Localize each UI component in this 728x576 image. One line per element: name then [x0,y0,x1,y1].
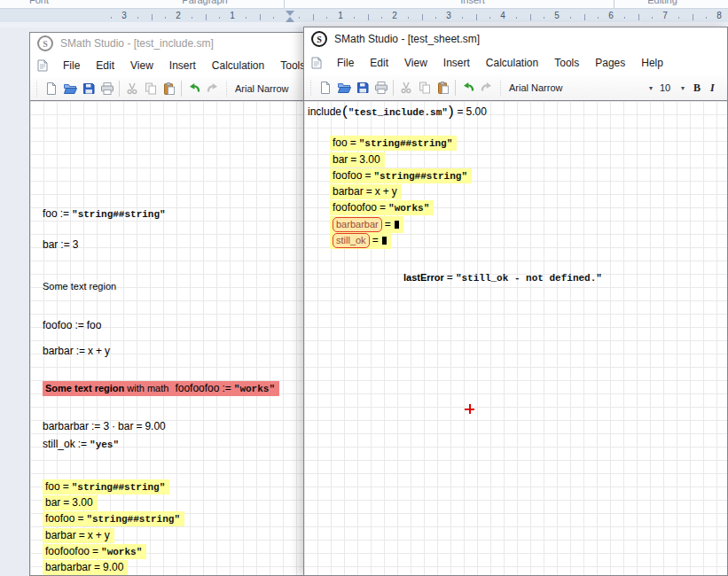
menu-pages[interactable]: Pages [587,53,633,73]
copy-icon[interactable] [415,79,434,97]
menu-help[interactable]: Help [633,53,671,73]
math-region[interactable]: foofoo="string##string" [43,511,184,526]
expression-part: bar [43,238,58,252]
expression-part: = [136,420,142,433]
print-icon[interactable] [98,80,116,98]
expression-part: + [383,185,389,198]
expression-part: barbar [45,529,76,542]
math-region[interactable]: Some text region [43,280,116,293]
ruler-tick [678,17,679,19]
expression-part: := [60,207,69,221]
new-document-icon[interactable] [316,79,334,97]
ruler-number: 1 [230,11,235,20]
math-region[interactable]: include("test_include.sm")=5.00 [308,105,487,119]
ribbon-divider [284,0,285,8]
menu-calculation[interactable]: Calculation [478,53,546,73]
menubar: FileEditViewInsertCalculationTools [30,54,305,77]
math-region[interactable]: still_ok:="yes" [43,438,119,451]
math-region[interactable]: foofoofoo="works" [330,200,434,215]
math-region[interactable]: foofoo="string##string" [330,168,472,183]
menu-tools[interactable]: Tools [546,53,587,73]
ruler-tick [544,17,544,19]
math-region[interactable]: bar=3.00 [43,495,98,510]
save-icon[interactable] [353,79,372,97]
ruler-tick [246,17,247,19]
font-name-combo[interactable]: Arial Narrow ▾ [505,82,656,93]
redo-icon[interactable] [477,79,496,97]
print-icon[interactable] [372,79,390,97]
italic-button[interactable]: I [706,82,719,95]
toolbar-grip[interactable] [498,80,503,96]
expression-part: y [392,185,397,198]
expression-part: + [96,345,102,358]
open-file-icon[interactable] [60,80,79,98]
sheet-canvas[interactable]: include("test_include.sm")=5.00foo="stri… [304,100,727,575]
math-region[interactable]: foo="string##string" [43,479,169,494]
math-region[interactable]: foo="string##string" [330,136,457,151]
titlebar[interactable]: S SMath Studio - [test_sheet.sm] [304,27,727,51]
cut-icon[interactable] [396,79,415,97]
font-size-combo[interactable]: 10 ▾ [656,82,688,93]
horizontal-ruler[interactable]: 32112345678 [0,9,728,27]
toolbar-grip[interactable] [309,80,313,96]
copy-icon[interactable] [141,80,160,98]
expression-part: bar [45,496,60,510]
ruler-tick [489,17,490,19]
open-file-icon[interactable] [334,79,353,97]
math-region[interactable]: barbar=x+y [43,528,114,543]
menu-view[interactable]: View [122,56,161,75]
ruler-tick [598,17,599,19]
math-region[interactable]: barbarbar:=3·bar=9.00 [43,420,166,433]
math-region[interactable]: bar:=3 [43,238,78,252]
save-icon[interactable] [79,80,98,98]
math-region[interactable]: lastError="still_ok - not defined." [403,271,602,284]
expression-part: = [350,136,356,150]
math-region[interactable]: bar=3.00 [330,152,385,167]
bold-button[interactable]: B [688,82,706,95]
ruler-tick [165,17,166,19]
math-region[interactable]: Some text region with mathfoofoofoo:="wo… [43,381,279,396]
expression-part: 9.00 [145,420,165,433]
math-region[interactable]: barbar:=x+y [43,345,110,358]
ruler-tick [368,14,369,20]
menu-file[interactable]: File [329,53,362,73]
expression-part: foofoofoo [333,201,377,214]
expression-part: 3.00 [359,153,380,167]
expression-part: lastError [403,271,444,284]
titlebar[interactable]: S SMath Studio - [test_include.sm] [30,33,305,54]
menu-view[interactable]: View [396,53,435,73]
redo-icon[interactable] [203,80,222,98]
toolbar-grip[interactable] [35,81,39,97]
toolbar-separator [393,80,394,96]
menu-insert[interactable]: Insert [435,53,478,73]
menu-edit[interactable]: Edit [88,56,122,75]
math-region[interactable]: foofoo:=foo [43,319,101,332]
math-region[interactable]: still_ok= [330,232,391,249]
math-region[interactable]: foofoofoo="works" [43,544,146,559]
ruler-tick [313,14,314,20]
ruler-tick [192,17,192,19]
menu-edit[interactable]: Edit [362,53,396,73]
toolbar-grip[interactable] [224,81,229,97]
paste-icon[interactable] [160,80,178,98]
ribbon-group-paragraph: Paragraph [182,0,227,5]
math-region[interactable]: barbar=x+y [330,184,402,199]
font-name-combo[interactable]: Arial Narrow [231,83,293,94]
expression-part: := [91,420,100,433]
ruler-tick [584,14,585,20]
ruler-number: 8 [716,11,722,20]
expression-part: bar [333,153,348,167]
menu-insert[interactable]: Insert [161,56,204,75]
paste-icon[interactable] [434,79,452,97]
math-region[interactable]: foo:="string##string" [43,207,166,221]
math-region[interactable]: barbarbar=9.00 [43,560,128,575]
menu-calculation[interactable]: Calculation [204,56,272,75]
new-document-icon[interactable] [42,80,60,98]
cut-icon[interactable] [122,80,141,98]
menu-file[interactable]: File [55,56,88,75]
sheet-canvas[interactable]: foo:="string##string"bar:=3Some text reg… [30,100,305,575]
undo-icon[interactable] [458,79,477,97]
undo-icon[interactable] [184,80,203,98]
window-title: SMath Studio - [test_include.sm] [60,37,214,50]
math-region[interactable]: barbarbar= [330,216,403,233]
